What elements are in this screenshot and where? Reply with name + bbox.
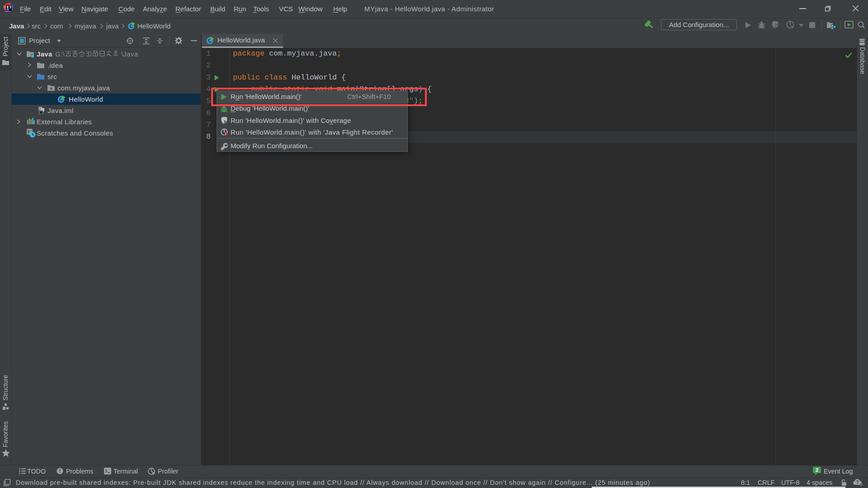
svg-text:?: ? [856,480,859,485]
svg-text:2: 2 [816,467,818,473]
